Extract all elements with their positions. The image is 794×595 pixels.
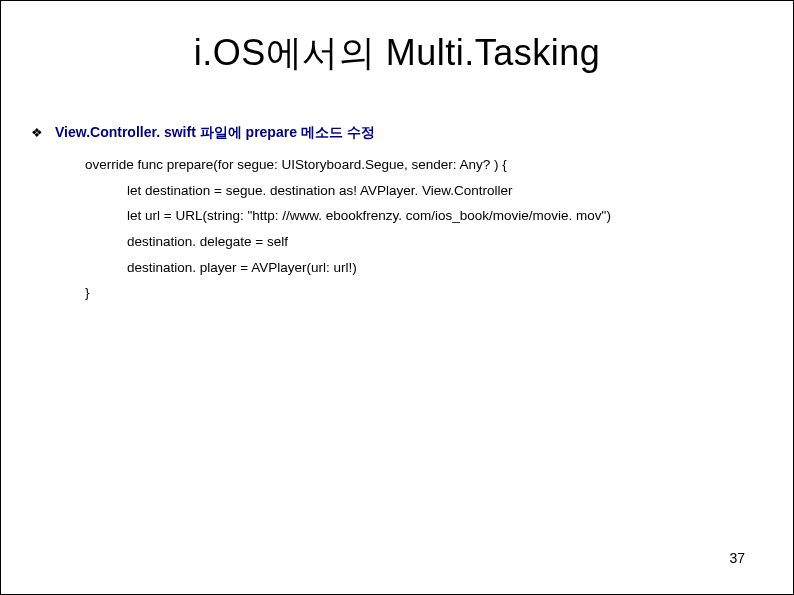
code-line: destination. delegate = self	[85, 229, 763, 255]
code-line: }	[85, 280, 763, 306]
diamond-bullet-icon: ❖	[31, 125, 43, 140]
page-number: 37	[729, 550, 745, 566]
code-block: override func prepare(for segue: UIStory…	[31, 152, 763, 306]
bullet-label: View.Controller. swift 파일에 prepare 메소드 수…	[55, 124, 375, 142]
slide-title: i.OS에서의 Multi.Tasking	[1, 1, 793, 98]
code-line: override func prepare(for segue: UIStory…	[85, 152, 763, 178]
code-line: let url = URL(string: "http: //www. eboo…	[85, 203, 763, 229]
bullet-item: ❖ View.Controller. swift 파일에 prepare 메소드…	[31, 124, 763, 142]
code-line: destination. player = AVPlayer(url: url!…	[85, 255, 763, 281]
code-line: let destination = segue. destination as!…	[85, 178, 763, 204]
content-area: ❖ View.Controller. swift 파일에 prepare 메소드…	[1, 98, 793, 306]
